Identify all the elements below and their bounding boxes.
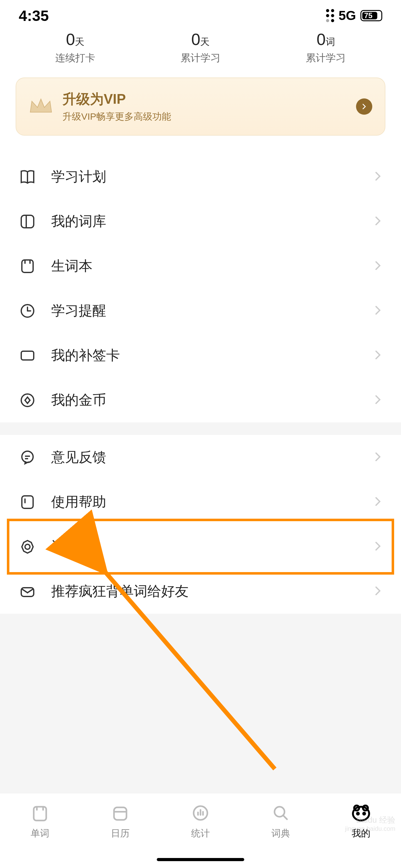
vip-title: 升级为VIP [63,90,347,108]
chevron-right-icon [373,393,382,407]
split-icon [19,213,36,230]
svg-rect-14 [22,496,33,508]
stat-total-days[interactable]: 0天 累计学习 [138,30,263,65]
menu-label: 学习提醒 [51,302,359,320]
signal-icon [326,9,334,22]
menu-label: 使用帮助 [51,493,359,511]
chevron-right-icon [373,540,382,554]
menu-label: 设置 [51,537,359,556]
menu-item-clock[interactable]: 学习提醒 [0,288,401,333]
vip-subtitle: 升级VIP畅享更多高级功能 [63,110,347,123]
menu-item-notebook[interactable]: 生词本 [0,244,401,288]
search-icon [270,802,292,824]
tab-mine[interactable]: 我的 [321,802,401,868]
word-icon [29,802,51,824]
tab-words[interactable]: 单词 [0,802,80,868]
chevron-right-icon [356,98,372,115]
menu-group-study: 学习计划我的词库生词本学习提醒我的补签卡我的金币 [0,154,401,423]
network-label: 5G [338,8,356,23]
watermark: Baidu 经验 jingyan.baidu.com [345,815,395,832]
stat-label: 累计学习 [263,51,389,65]
status-right: 5G 75 [326,8,382,23]
svg-rect-21 [114,807,127,820]
mail-icon [19,583,36,600]
menu-label: 学习计划 [51,167,359,186]
menu-item-help[interactable]: 使用帮助 [0,479,401,524]
chevron-right-icon [373,585,382,598]
chevron-right-icon [373,349,382,363]
menu-item-coin[interactable]: 我的金币 [0,378,401,423]
stat-label: 累计学习 [138,51,263,65]
menu-group-system: 意见反馈使用帮助设置推荐疯狂背单词给好友 [0,435,401,614]
menu-label: 我的词库 [51,212,359,230]
svg-rect-18 [34,807,46,820]
home-indicator[interactable] [157,858,244,861]
menu-item-chat[interactable]: 意见反馈 [0,435,401,479]
coin-icon [19,392,36,409]
notebook-icon [19,257,36,275]
chevron-right-icon [373,259,382,273]
svg-rect-1 [21,215,34,228]
svg-point-10 [21,394,34,406]
stat-total-words[interactable]: 0词 累计学习 [263,30,389,65]
stat-label: 连续打卡 [12,51,138,65]
calendar-icon [109,802,131,824]
menu-label: 生词本 [51,257,359,275]
book-icon [19,168,36,186]
card-icon [19,347,36,364]
menu-label: 推荐疯狂背单词给好友 [51,582,359,600]
clock-icon [19,302,36,320]
status-time: 4:35 [19,7,49,24]
status-bar: 4:35 5G 75 [0,0,401,31]
svg-point-16 [25,544,30,549]
tab-dictionary[interactable]: 词典 [240,802,321,868]
svg-line-28 [283,815,287,819]
menu-label: 意见反馈 [51,448,359,466]
tab-bar: 单词 日历 统计 词典 我的 [0,793,401,868]
crown-icon [29,97,53,117]
gear-icon [19,538,36,556]
svg-rect-9 [21,351,34,360]
tab-calendar[interactable]: 日历 [80,802,161,868]
menu-label: 我的金币 [51,391,359,409]
menu-item-book[interactable]: 学习计划 [0,154,401,199]
menu-item-card[interactable]: 我的补签卡 [0,333,401,378]
stats-icon [190,802,211,824]
chevron-right-icon [373,451,382,464]
stat-streak[interactable]: 0天 连续打卡 [12,30,138,65]
chevron-right-icon [373,170,382,184]
menu-item-mail[interactable]: 推荐疯狂背单词给好友 [0,569,401,614]
chevron-right-icon [373,304,382,318]
menu-label: 我的补签卡 [51,346,359,365]
chat-icon [19,449,36,466]
menu-item-split[interactable]: 我的词库 [0,199,401,244]
vip-banner[interactable]: 升级为VIP 升级VIP畅享更多高级功能 [15,78,386,135]
menu-item-gear[interactable]: 设置 [0,524,401,569]
battery-icon: 75 [360,10,382,21]
svg-rect-3 [22,260,33,273]
chevron-right-icon [373,215,382,228]
stats-row: 0天 连续打卡 0天 累计学习 0词 累计学习 [0,30,401,78]
help-icon [19,493,36,511]
chevron-right-icon [373,495,382,509]
